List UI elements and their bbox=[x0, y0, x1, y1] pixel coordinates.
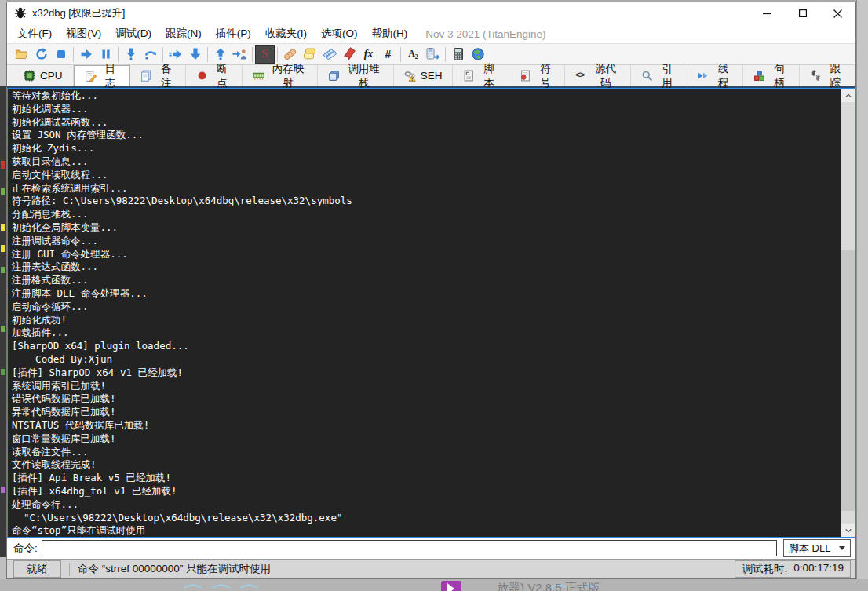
run-button[interactable] bbox=[76, 45, 96, 64]
close-button[interactable] bbox=[820, 2, 855, 24]
log-line: 正在检索系统调用索引... bbox=[12, 182, 841, 195]
scrollbar-down-icon[interactable] bbox=[841, 524, 855, 537]
comments-button[interactable] bbox=[300, 45, 319, 64]
minimize-button[interactable] bbox=[749, 2, 785, 24]
tab-CPU[interactable]: CPU bbox=[13, 65, 74, 86]
tab-label: SEH bbox=[421, 70, 443, 82]
maximize-button[interactable] bbox=[785, 2, 820, 24]
appearance-button[interactable]: A2 bbox=[403, 45, 423, 64]
tab-源代码[interactable]: <>源代码 bbox=[565, 65, 631, 86]
log-line: 系统调用索引已加载! bbox=[12, 380, 841, 393]
bookmarks-button[interactable] bbox=[339, 45, 359, 64]
sharpod-plugin-button[interactable]: S bbox=[255, 45, 275, 64]
attach-button[interactable] bbox=[230, 45, 250, 64]
step-into-button[interactable] bbox=[121, 45, 140, 64]
menu-item[interactable]: 插件(P) bbox=[209, 24, 258, 43]
log-line: 错误代码数据库已加载! bbox=[12, 392, 841, 406]
background-window-bottom-sliver: ⌒⌒⌒ ⌒⌒ bbox=[0, 579, 868, 591]
menu-bar: 文件(F)视图(V)调试(D)跟踪(N)插件(P)收藏夹(I)选项(O)帮助(H… bbox=[7, 24, 855, 43]
log-line: 设置 JSON 内存管理函数... bbox=[12, 129, 841, 142]
tab-SEH[interactable]: SEH bbox=[394, 65, 454, 86]
step-out-button[interactable] bbox=[185, 45, 205, 64]
scrollbar-up-icon[interactable] bbox=[841, 89, 855, 102]
menu-item[interactable]: 视图(V) bbox=[59, 24, 108, 43]
tab-label: 符号 bbox=[536, 62, 554, 90]
log-line: 注册格式函数... bbox=[12, 274, 841, 287]
functions-button[interactable]: fx bbox=[359, 45, 378, 64]
website-button[interactable] bbox=[468, 45, 487, 64]
patch-icon bbox=[283, 47, 297, 61]
tab-日志[interactable]: 日志 bbox=[74, 65, 130, 86]
chevron-down-icon bbox=[839, 546, 845, 550]
tab-符号[interactable]: 符号 bbox=[509, 65, 565, 86]
tab-label: 内存映射 bbox=[269, 62, 307, 90]
log-line: 初始化全局脚本变量... bbox=[12, 221, 841, 235]
scrollbar-thumb[interactable] bbox=[841, 250, 855, 511]
tab-线程[interactable]: 线程 bbox=[687, 65, 743, 86]
log-output: 等待对象初始化...初始化调试器...初始化调试器函数...设置 JSON 内存… bbox=[8, 89, 841, 537]
notes-icon bbox=[140, 70, 152, 82]
pause-button[interactable] bbox=[96, 45, 115, 64]
toolbar-separator bbox=[73, 47, 74, 62]
attach-icon bbox=[232, 47, 247, 61]
menu-item[interactable]: 文件(F) bbox=[10, 24, 59, 43]
log-scrollbar[interactable] bbox=[841, 89, 855, 537]
log-line: 文件读取线程完成! bbox=[12, 458, 841, 472]
tab-label: CPU bbox=[40, 70, 63, 82]
status-message: 命令 “strref 00000000” 只能在调试时使用 bbox=[78, 562, 735, 576]
tab-句柄[interactable]: 句柄 bbox=[743, 65, 799, 86]
tab-跟踪[interactable]: 跟踪 bbox=[800, 65, 855, 86]
log-line: 注册脚本 DLL 命令处理器... bbox=[12, 287, 841, 301]
big-down-arrow-icon bbox=[188, 47, 202, 61]
menu-item[interactable]: 跟踪(N) bbox=[159, 24, 209, 43]
tab-备注[interactable]: 备注 bbox=[130, 65, 186, 86]
tab-断点[interactable]: 断点 bbox=[186, 65, 242, 86]
toolbar-separator bbox=[207, 47, 208, 62]
tab-label: 脚本 bbox=[480, 62, 498, 90]
ordinals-button[interactable]: # bbox=[378, 45, 398, 64]
menu-item[interactable]: 帮助(H) bbox=[365, 24, 415, 43]
execute-till-return-button[interactable] bbox=[210, 45, 230, 64]
toolbar-separator bbox=[400, 47, 401, 62]
menu-item[interactable]: 选项(O) bbox=[314, 24, 365, 43]
stop-icon bbox=[54, 47, 68, 61]
patches-button[interactable] bbox=[280, 45, 300, 64]
tab-引用[interactable]: 引用 bbox=[631, 65, 687, 86]
log-line: NTSTATUS 代码数据库已加载! bbox=[12, 419, 841, 432]
log-line: 符号路径: C:\Users\98222\Desktop\x64dbg\rele… bbox=[12, 195, 841, 208]
run-to-cursor-button[interactable] bbox=[166, 45, 185, 64]
log-icon bbox=[85, 71, 97, 82]
stop-button[interactable] bbox=[51, 45, 71, 64]
tab-内存映射[interactable]: 内存映射 bbox=[243, 65, 318, 86]
calculator-button[interactable] bbox=[448, 45, 468, 64]
menu-item[interactable]: 调试(D) bbox=[108, 24, 159, 43]
calculator-send-button[interactable] bbox=[423, 45, 443, 64]
log-line: 异常代码数据库已加载! bbox=[12, 406, 841, 419]
step-over-button[interactable] bbox=[140, 45, 160, 64]
background-version-text: 放器) V2.8.5 正式版 bbox=[497, 581, 600, 591]
command-mode-dropdown[interactable]: 脚本 DLL bbox=[783, 539, 851, 557]
menu-item[interactable]: 收藏夹(I) bbox=[258, 24, 314, 43]
up-arrow-icon bbox=[213, 47, 228, 61]
status-state: 就绪 bbox=[13, 560, 61, 578]
log-line: 处理命令行... bbox=[12, 498, 841, 512]
tab-bar: CPU日志备注断点内存映射调用堆栈SEH脚本符号<>源代码引用线程句柄跟踪 bbox=[7, 65, 855, 88]
command-input[interactable] bbox=[42, 540, 777, 556]
tab-label: 调用堆栈 bbox=[345, 62, 382, 90]
font-a2-icon: A2 bbox=[408, 48, 418, 60]
log-line: 注册调试器命令... bbox=[12, 235, 841, 248]
log-view[interactable]: 等待对象初始化...初始化调试器...初始化调试器函数...设置 JSON 内存… bbox=[7, 88, 855, 538]
restart-button[interactable] bbox=[31, 45, 51, 64]
log-line: 读取备注文件... bbox=[12, 446, 841, 459]
open-file-button[interactable] bbox=[12, 45, 31, 64]
restart-icon bbox=[35, 47, 49, 61]
log-line: [插件] Api Break v5 已经加载! bbox=[12, 472, 841, 485]
log-line: 启动命令循环... bbox=[12, 301, 841, 314]
toolbar-separator bbox=[277, 47, 278, 62]
labels-button[interactable] bbox=[319, 45, 339, 64]
scrollbar-track[interactable] bbox=[841, 102, 855, 524]
step-over-icon bbox=[144, 47, 158, 61]
tab-脚本[interactable]: 脚本 bbox=[453, 65, 509, 86]
log-line: 初始化调试器... bbox=[12, 103, 841, 116]
tab-调用堆栈[interactable]: 调用堆栈 bbox=[318, 65, 393, 86]
